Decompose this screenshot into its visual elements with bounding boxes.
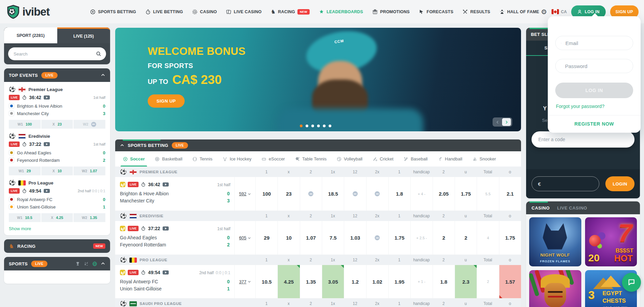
video-icon[interactable]: [44, 189, 50, 193]
tab-ice-hockey[interactable]: Ice Hockey: [218, 151, 256, 167]
odd-cell[interactable]: [366, 221, 388, 255]
chat-button[interactable]: [622, 273, 641, 292]
video-icon[interactable]: [44, 95, 50, 100]
tab-table-tennis[interactable]: Table Tennis: [291, 151, 331, 167]
nav-promotions[interactable]: PROMOTIONS: [372, 9, 410, 15]
odd-cell[interactable]: 2.1: [499, 177, 521, 211]
game-tile-20-boost-hot[interactable]: 7 B$$ST 20 HOT: [585, 217, 637, 266]
locale-switcher[interactable]: CA: [552, 9, 567, 14]
carousel-dot[interactable]: [300, 125, 303, 127]
nav-forecasts[interactable]: FORECASTS: [419, 9, 453, 15]
match-info[interactable]: LIVE 49:54 2nd half0:0 | 0:1 Royal Antwe…: [115, 265, 234, 298]
odd-cell[interactable]: [366, 177, 388, 211]
video-icon[interactable]: [44, 142, 50, 146]
brand-logo[interactable]: ivibet: [6, 5, 49, 19]
nav-leaderboards[interactable]: LEADERBOARDS: [319, 9, 363, 15]
top-events-header[interactable]: TOP EVENTS LIVE: [4, 68, 110, 82]
chevron-up-icon[interactable]: [120, 143, 124, 148]
game-tile-aztec[interactable]: [529, 270, 581, 307]
search-icon[interactable]: [96, 51, 101, 57]
nav-racing[interactable]: ♞ RACING NEW: [271, 9, 310, 15]
odd-cell[interactable]: 2: [433, 221, 455, 255]
show-more-link[interactable]: Show more: [4, 222, 110, 235]
odd-cell[interactable]: 1.02: [366, 265, 388, 298]
league-header[interactable]: ⚽ EREDIVISIE 1x21x122x1handicap2uTotalo: [115, 211, 521, 221]
password-field[interactable]: [555, 59, 633, 73]
email-input[interactable]: [565, 40, 633, 46]
carousel-dot[interactable]: [311, 125, 314, 127]
stats-icon[interactable]: [120, 182, 125, 187]
tab-sport[interactable]: SPORT (2281): [4, 27, 57, 43]
tab-live-casino[interactable]: LIVE CASINO: [557, 205, 587, 211]
tab-snooker[interactable]: Snooker: [468, 151, 500, 167]
globe-icon[interactable]: [92, 261, 97, 266]
odd-cell-raised[interactable]: 4.25: [277, 265, 299, 298]
odd-cell[interactable]: [344, 177, 366, 211]
tab-soccer[interactable]: Soccer: [119, 151, 149, 167]
register-now-link[interactable]: REGISTER NOW: [548, 121, 641, 127]
odd-cell-raised[interactable]: 2.3: [455, 265, 477, 298]
popup-login-button[interactable]: LOG IN: [555, 83, 633, 98]
carousel-dot[interactable]: [306, 125, 308, 127]
gear-icon[interactable]: ⚙: [541, 8, 547, 16]
stats-icon[interactable]: [120, 270, 125, 275]
carousel-dot[interactable]: [323, 125, 326, 127]
odd-cell[interactable]: 1.95: [388, 265, 410, 298]
nav-hall-of-fame[interactable]: HALL OF FAME: [499, 9, 539, 15]
chevron-up-icon[interactable]: [101, 261, 105, 266]
tab-handball[interactable]: Handball: [433, 151, 466, 167]
odd-w1[interactable]: W129: [9, 167, 41, 175]
tab-esoccer[interactable]: eSoccer: [257, 151, 289, 167]
odd-cell[interactable]: 100: [255, 177, 277, 211]
game-tile-night-wolf[interactable]: NIGHT WOLF FROZEN FLAMES: [529, 217, 581, 266]
video-icon[interactable]: [163, 226, 169, 231]
odd-x[interactable]: X4.25: [41, 213, 73, 222]
carousel-prev-button[interactable]: [493, 118, 502, 126]
odd-cell[interactable]: 1.8: [433, 265, 455, 298]
promo-banner[interactable]: CCM WELCOME BONUS FOR SPORTS UP TO CA$ 2…: [115, 28, 521, 131]
league-header[interactable]: ⚽ PRO LEAGUE 1x21x122x1handicap2uTotalo: [115, 255, 521, 265]
chevron-up-icon[interactable]: [101, 73, 105, 78]
nav-results[interactable]: RESULTS: [462, 9, 490, 15]
odd-x[interactable]: X23: [41, 120, 73, 129]
video-icon[interactable]: [163, 182, 169, 187]
odd-cell[interactable]: 2.05: [433, 177, 455, 211]
odd-cell[interactable]: 1.75: [499, 221, 521, 255]
odd-cell[interactable]: 10: [277, 221, 299, 255]
tab-basketball[interactable]: Basketball: [150, 151, 187, 167]
tab-live[interactable]: LIVE (125): [57, 27, 110, 43]
list-item[interactable]: ⚽ Premier League LIVE 36:42 1st half Bri…: [4, 82, 110, 129]
tab-casino[interactable]: CASINO: [532, 205, 550, 211]
odd-cell[interactable]: [300, 177, 322, 211]
search-input[interactable]: [8, 47, 106, 60]
carousel-dot[interactable]: [317, 125, 320, 127]
odd-cell[interactable]: 1.07: [300, 221, 322, 255]
odd-w1[interactable]: W1100: [9, 120, 41, 129]
banner-signup-button[interactable]: SIGN UP: [148, 94, 185, 108]
nav-casino[interactable]: CASINO: [192, 9, 217, 15]
match-info[interactable]: LIVE 37:22 1st half Go Ahead Eagles0 Fey…: [115, 221, 234, 255]
sports-betting-header[interactable]: SPORTS BETTING LIVE: [115, 139, 521, 151]
sort-az-icon[interactable]: [84, 261, 89, 266]
odd-cell[interactable]: 1.35: [300, 265, 322, 298]
odd-cell[interactable]: 2: [455, 221, 477, 255]
tab-tennis[interactable]: Tennis: [188, 151, 217, 167]
sports-section-header[interactable]: SPORTS LIVE: [4, 257, 110, 270]
odd-x[interactable]: X10: [41, 167, 73, 175]
markets-count[interactable]: 377: [234, 265, 255, 298]
odd-cell[interactable]: 1.75: [388, 221, 410, 255]
email-field[interactable]: [555, 36, 633, 50]
betslip-login-button[interactable]: LOGIN: [605, 176, 635, 191]
nav-live-casino[interactable]: LIVE CASINO: [226, 9, 262, 15]
league-header[interactable]: ⚽ PREMIER LEAGUE 1x21x122x1handicap2uTot…: [115, 167, 521, 177]
trophy-icon[interactable]: [75, 261, 80, 266]
odd-cell[interactable]: 1.2: [344, 265, 366, 298]
odd-w2[interactable]: W21.07: [74, 167, 105, 175]
league-header[interactable]: ⚽ SAUDI PRO LEAGUE 1x21x122x1handicap2uT…: [115, 299, 521, 307]
video-icon[interactable]: [163, 270, 169, 275]
carousel-dot[interactable]: [329, 125, 331, 127]
odd-cell[interactable]: 1.03: [344, 221, 366, 255]
password-input[interactable]: [565, 63, 632, 69]
racing-section-header[interactable]: ♞ RACING NEW: [4, 239, 110, 253]
odd-cell[interactable]: 18.5: [322, 177, 344, 211]
